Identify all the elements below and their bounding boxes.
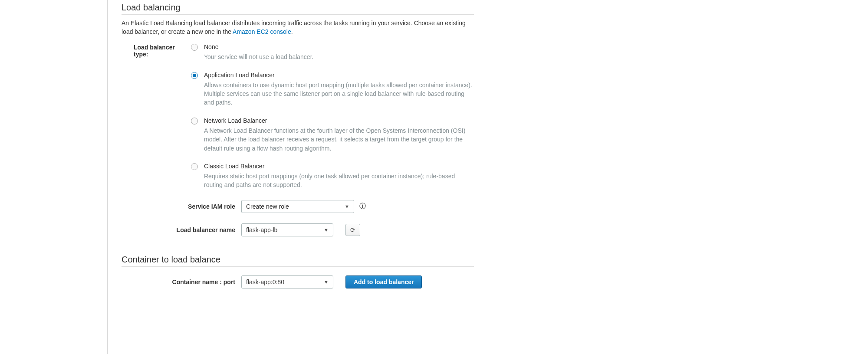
container-name-port-value: flask-app:0:80 xyxy=(246,279,284,285)
radio-nlb-desc: A Network Load Balancer functions at the… xyxy=(204,126,474,153)
service-iam-role-select[interactable]: Create new role ▼ xyxy=(241,200,354,213)
caret-down-icon: ▼ xyxy=(324,279,329,285)
load-balancer-name-value: flask-app-lb xyxy=(246,226,277,233)
radio-clb[interactable] xyxy=(191,163,198,170)
info-icon[interactable]: ⓘ xyxy=(359,202,366,210)
container-name-port-select[interactable]: flask-app:0:80 ▼ xyxy=(241,275,333,288)
add-to-load-balancer-button[interactable]: Add to load balancer xyxy=(345,275,422,288)
desc-text-suffix: . xyxy=(291,28,293,35)
service-iam-role-label: Service IAM role xyxy=(122,203,241,210)
radio-clb-title: Classic Load Balancer xyxy=(204,162,474,170)
caret-down-icon: ▼ xyxy=(345,204,349,209)
load-balancer-name-label: Load balancer name xyxy=(122,226,241,233)
section-container-title: Container to load balance xyxy=(122,255,474,267)
radio-none-desc: Your service will not use a load balance… xyxy=(204,52,474,61)
refresh-button[interactable]: ⟳ xyxy=(345,224,360,236)
load-balancer-name-select[interactable]: flask-app-lb ▼ xyxy=(241,223,333,236)
radio-alb[interactable] xyxy=(191,72,198,79)
radio-nlb-title: Network Load Balancer xyxy=(204,117,474,125)
radio-alb-title: Application Load Balancer xyxy=(204,71,474,79)
section-load-balancing-desc: An Elastic Load Balancing load balancer … xyxy=(122,19,474,36)
desc-text-prefix: An Elastic Load Balancing load balancer … xyxy=(122,20,466,35)
ec2-console-link[interactable]: Amazon EC2 console xyxy=(233,28,291,35)
section-load-balancing-title: Load balancing xyxy=(122,3,474,15)
radio-clb-desc: Requires static host port mappings (only… xyxy=(204,172,474,190)
radio-alb-desc: Allows containers to use dynamic host po… xyxy=(204,81,474,107)
service-iam-role-value: Create new role xyxy=(246,203,289,210)
refresh-icon: ⟳ xyxy=(350,226,355,233)
load-balancer-type-label: Load balancer type: xyxy=(122,43,191,58)
left-divider xyxy=(107,0,108,354)
radio-none-title: None xyxy=(204,43,474,51)
container-name-port-label: Container name : port xyxy=(122,279,241,285)
radio-none[interactable] xyxy=(191,44,198,51)
caret-down-icon: ▼ xyxy=(324,227,329,233)
radio-nlb[interactable] xyxy=(191,118,198,125)
